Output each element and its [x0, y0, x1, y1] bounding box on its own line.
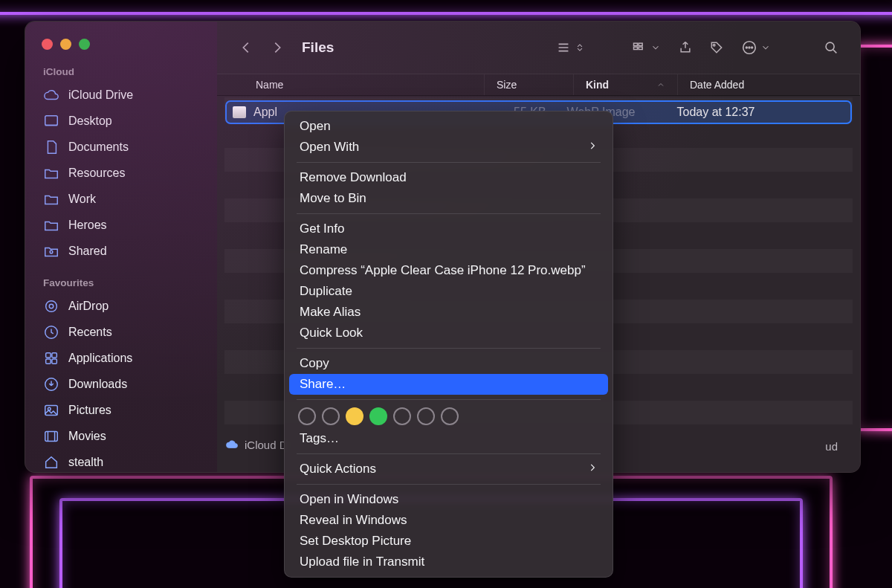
menu-open-with[interactable]: Open With	[289, 137, 608, 158]
menu-share[interactable]: Share…	[289, 374, 608, 395]
back-button[interactable]	[233, 35, 259, 60]
menu-label: Move to Bin	[300, 191, 366, 206]
clock-icon	[43, 324, 59, 340]
svg-rect-8	[46, 358, 51, 363]
sidebar-item-resources[interactable]: Resources	[25, 160, 217, 186]
svg-rect-22	[639, 47, 642, 49]
sidebar-item-documents[interactable]: Documents	[25, 134, 217, 160]
menu-compress[interactable]: Compress “Apple Clear Case iPhone 12 Pro…	[289, 260, 608, 281]
sidebar-item-label: iCloud Drive	[68, 88, 133, 102]
menu-label: Share…	[300, 377, 346, 392]
tag-none[interactable]	[417, 407, 435, 425]
menu-label: Make Alias	[300, 305, 361, 320]
sidebar-item-icloud-drive[interactable]: iCloud Drive	[25, 82, 217, 108]
sidebar-item-shared[interactable]: Shared	[25, 238, 217, 264]
menu-separator	[297, 213, 601, 214]
sidebar-item-downloads[interactable]: Downloads	[25, 371, 217, 397]
menu-separator	[297, 399, 601, 400]
sidebar-item-movies[interactable]: Movies	[25, 423, 217, 449]
close-button[interactable]	[42, 39, 53, 50]
sidebar-item-work[interactable]: Work	[25, 186, 217, 212]
svg-rect-19	[634, 43, 638, 45]
tag-none[interactable]	[298, 407, 316, 425]
menu-set-desktop-picture[interactable]: Set Desktop Picture	[289, 531, 608, 552]
column-label: Date Added	[690, 79, 744, 91]
column-label: Size	[497, 79, 517, 91]
svg-point-24	[743, 42, 756, 54]
menu-separator	[297, 162, 601, 163]
menu-label: Quick Look	[300, 326, 363, 340]
sidebar-item-recents[interactable]: Recents	[25, 319, 217, 345]
sidebar-item-label: Pictures	[68, 404, 112, 417]
tag-none[interactable]	[393, 407, 411, 425]
menu-duplicate[interactable]: Duplicate	[289, 281, 608, 302]
tag-none[interactable]	[441, 407, 459, 425]
menu-upload-transmit[interactable]: Upload file in Transmit	[289, 552, 608, 572]
tags-button[interactable]	[704, 35, 729, 60]
column-date-added[interactable]: Date Added	[678, 74, 860, 95]
sidebar-section-favourites: Favourites	[25, 264, 217, 293]
svg-rect-0	[45, 115, 58, 125]
svg-rect-13	[45, 431, 58, 441]
share-button[interactable]	[673, 35, 698, 60]
menu-make-alias[interactable]: Make Alias	[289, 302, 608, 323]
menu-label: Get Info	[300, 222, 344, 236]
menu-separator	[297, 348, 601, 349]
tag-none[interactable]	[322, 407, 340, 425]
more-actions-button[interactable]	[735, 35, 777, 60]
airdrop-icon	[43, 298, 59, 314]
minimize-button[interactable]	[60, 39, 71, 50]
status-text: iCloud D	[245, 439, 288, 451]
menu-copy[interactable]: Copy	[289, 353, 608, 374]
search-button[interactable]	[818, 35, 844, 60]
svg-point-25	[746, 47, 747, 48]
svg-rect-6	[46, 352, 51, 357]
folder-icon	[43, 165, 59, 181]
menu-label: Duplicate	[300, 284, 352, 299]
menu-quick-look[interactable]: Quick Look	[289, 323, 608, 343]
sidebar-item-applications[interactable]: Applications	[25, 345, 217, 371]
menu-separator	[297, 484, 601, 485]
menu-quick-actions[interactable]: Quick Actions	[289, 459, 608, 479]
window-controls	[42, 39, 90, 50]
svg-rect-20	[634, 47, 638, 49]
view-mode-button[interactable]	[549, 35, 591, 60]
sidebar-item-pictures[interactable]: Pictures	[25, 397, 217, 423]
chevron-right-icon	[587, 462, 598, 476]
column-label: Kind	[586, 79, 609, 91]
menu-reveal-in-windows[interactable]: Reveal in Windows	[289, 510, 608, 531]
sidebar-item-label: Documents	[68, 140, 129, 154]
sidebar: iCloud iCloud Drive Desktop Documents Re…	[25, 22, 217, 472]
sidebar-item-label: AirDrop	[68, 300, 109, 313]
tag-yellow[interactable]	[346, 407, 363, 425]
folder-icon	[43, 113, 59, 129]
maximize-button[interactable]	[79, 39, 90, 50]
menu-remove-download[interactable]: Remove Download	[289, 167, 608, 188]
menu-label: Set Desktop Picture	[300, 534, 411, 549]
menu-open-in-windows[interactable]: Open in Windows	[289, 489, 608, 510]
chevron-right-icon	[587, 140, 598, 155]
column-size[interactable]: Size	[485, 74, 574, 95]
sidebar-item-heroes[interactable]: Heroes	[25, 212, 217, 238]
file-name: Appl	[253, 106, 283, 119]
svg-rect-21	[639, 43, 642, 45]
sidebar-item-label: Resources	[68, 167, 125, 180]
menu-tags[interactable]: Tags…	[289, 428, 608, 449]
tag-green[interactable]	[369, 407, 387, 425]
group-by-button[interactable]	[625, 35, 667, 60]
menu-get-info[interactable]: Get Info	[289, 219, 608, 239]
column-name[interactable]: Name	[217, 74, 485, 95]
window-title: Files	[302, 39, 334, 56]
sidebar-item-home[interactable]: stealth	[25, 449, 217, 473]
menu-rename[interactable]: Rename	[289, 239, 608, 260]
sidebar-item-label: Heroes	[68, 219, 107, 232]
sidebar-item-airdrop[interactable]: AirDrop	[25, 293, 217, 319]
forward-button[interactable]	[265, 35, 290, 60]
menu-label: Open	[300, 119, 331, 134]
menu-label: Tags…	[300, 431, 339, 446]
column-kind[interactable]: Kind	[574, 74, 678, 95]
sidebar-item-desktop[interactable]: Desktop	[25, 108, 217, 134]
menu-open[interactable]: Open	[289, 116, 608, 137]
cloud-icon	[43, 87, 59, 103]
menu-move-to-bin[interactable]: Move to Bin	[289, 188, 608, 209]
